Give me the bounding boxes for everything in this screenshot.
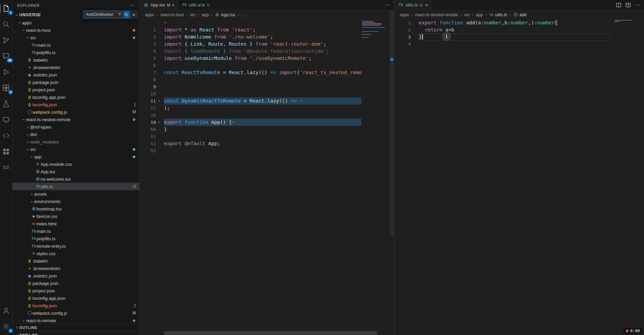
tree-item-dist[interactable]: ›dist bbox=[13, 131, 139, 138]
vertical-scrollbar[interactable] bbox=[389, 0, 394, 331]
tree-item--babelrc[interactable]: β.babelrc bbox=[13, 257, 139, 265]
find-filter-toggle[interactable] bbox=[123, 12, 129, 18]
method-icon bbox=[513, 13, 518, 17]
breadcrumb-item[interactable]: app bbox=[476, 13, 483, 17]
more-actions-icon[interactable]: ⋯ bbox=[635, 2, 640, 8]
tab-app-tsx[interactable]: App.tsxM● bbox=[140, 0, 178, 10]
explorer-more-icon[interactable]: ⋯ bbox=[129, 2, 135, 8]
breadcrumb-item[interactable]: src bbox=[190, 13, 196, 17]
tree-item-webpack-config-js[interactable]: webpack.config.jsM bbox=[13, 309, 139, 317]
tree-item-assets[interactable]: ›assets bbox=[13, 190, 139, 198]
breadcrumb-item[interactable]: App.tsx bbox=[215, 13, 235, 17]
breadcrumb-item[interactable]: add bbox=[513, 13, 526, 17]
timeline-section-header[interactable]: › TIMELINE bbox=[13, 331, 139, 335]
breadcrumb-item[interactable]: apps bbox=[145, 13, 154, 17]
tree-item-src[interactable]: ›src bbox=[13, 34, 139, 41]
tree-item-app-module-css[interactable]: #App.module.css bbox=[13, 160, 139, 168]
minimap[interactable] bbox=[362, 20, 389, 39]
tree-item-favicon-ico[interactable]: ★favicon.ico bbox=[13, 213, 139, 220]
accounts-icon[interactable] bbox=[0, 305, 12, 316]
tree-item-project-json[interactable]: {}project.json bbox=[13, 86, 139, 93]
tree-item-node-modules[interactable]: ›node_modules bbox=[13, 138, 139, 146]
tree-item-label: .eslintrc.json bbox=[32, 72, 57, 77]
eslint-icon: ◉ bbox=[27, 274, 32, 278]
tree-item--browserslistrc[interactable]: ≡.browserslistrc bbox=[13, 64, 139, 71]
run-debug-icon[interactable] bbox=[0, 66, 12, 78]
tree-item--eslintrc-json[interactable]: ◉.eslintrc.json bbox=[13, 272, 139, 280]
source-control-icon[interactable] bbox=[0, 35, 12, 46]
settings-gear-icon[interactable]: 1 bbox=[0, 321, 12, 332]
code-area[interactable]: 1export function add(a:number,b:number,)… bbox=[395, 19, 644, 331]
tree-item-main-ts[interactable]: TSmain.ts bbox=[13, 41, 139, 49]
customize-layout-icon[interactable] bbox=[625, 2, 631, 8]
chat-icon[interactable]: 38 bbox=[0, 50, 12, 62]
tree-item--browserslistrc[interactable]: ≡.browserslistrc bbox=[13, 265, 139, 272]
code-area[interactable]: ⋯1import * as React from 'react';2import… bbox=[140, 19, 394, 331]
remote-explorer-icon[interactable] bbox=[0, 114, 12, 126]
tree-find-input[interactable] bbox=[86, 12, 117, 17]
breadcrumb-item[interactable]: src bbox=[464, 13, 470, 17]
git-status-badge: M bbox=[133, 110, 136, 114]
outline-section-header[interactable]: › OUTLINE bbox=[13, 323, 139, 331]
tree-item-environments[interactable]: ›environments bbox=[13, 198, 139, 205]
tree-item-apps[interactable]: ›apps bbox=[13, 19, 139, 26]
tree-item-app-tsx[interactable]: App.tsx bbox=[13, 168, 139, 175]
horizontal-scrollbar[interactable] bbox=[164, 331, 389, 335]
tree-item-polyfills-ts[interactable]: TSpolyfills.ts bbox=[13, 49, 139, 56]
minimap-line bbox=[615, 21, 619, 22]
breadcrumb-item[interactable]: apps bbox=[400, 13, 409, 17]
tree-item-package-json[interactable]: {}package.json bbox=[13, 79, 139, 86]
close-icon[interactable]: × bbox=[130, 12, 137, 18]
filter-icon[interactable] bbox=[117, 12, 123, 17]
code-line: 2 return a+b bbox=[395, 26, 644, 34]
editor-group-divider[interactable] bbox=[394, 0, 395, 335]
tree-item-tsconfig-json[interactable]: {}tsconfig.json1 bbox=[13, 101, 139, 108]
explorer-icon[interactable]: 1 bbox=[0, 3, 12, 14]
tree-item-tsconfig-app-json[interactable]: {}tsconfig.app.json bbox=[13, 294, 139, 302]
tree-item-webpack-config-js[interactable]: webpack.config.jsM bbox=[13, 108, 139, 116]
tree-item-main-ts[interactable]: TSmain.ts bbox=[13, 227, 139, 235]
breadcrumb-item[interactable]: app bbox=[202, 13, 209, 17]
nx-console-icon[interactable] bbox=[0, 130, 12, 141]
tree-item-tsconfig-app-json[interactable]: {}tsconfig.app.json bbox=[13, 93, 139, 101]
search-icon[interactable] bbox=[0, 19, 12, 30]
tree-item-src[interactable]: ›src bbox=[13, 146, 139, 153]
minimap[interactable] bbox=[615, 20, 639, 24]
close-icon[interactable]: × bbox=[425, 2, 428, 8]
tree-item-react-ts-nested-remote[interactable]: ›react-ts-nested-remote bbox=[13, 116, 139, 123]
breadcrumb-item[interactable]: TSutils.ts bbox=[489, 13, 507, 17]
tree-item--babelrc[interactable]: β.babelrc bbox=[13, 56, 139, 64]
tree-item-polyfills-ts[interactable]: TSpolyfills.ts bbox=[13, 235, 139, 242]
fold-chevron-icon[interactable]: › bbox=[158, 97, 163, 105]
tree-item-utils-ts[interactable]: TSutils.tsU bbox=[13, 183, 139, 190]
extensions-icon[interactable]: 3 bbox=[0, 82, 12, 94]
fold-chevron-icon[interactable]: › bbox=[158, 119, 163, 126]
breadcrumb-item[interactable]: ... bbox=[241, 13, 245, 17]
dirty-indicator-icon[interactable]: ● bbox=[172, 3, 174, 7]
breadcrumb-item[interactable]: react-ts-host bbox=[160, 13, 184, 17]
tree-item-nx-welcome-tsx[interactable]: nx-welcome.tsx bbox=[13, 175, 139, 183]
tree-item--mf-types[interactable]: ›@mf-types bbox=[13, 123, 139, 131]
breadcrumb-item[interactable]: react-ts-nested-remote bbox=[415, 13, 458, 17]
tree-item-app[interactable]: ›app bbox=[13, 153, 139, 160]
chevron-right-icon: › bbox=[15, 325, 19, 330]
more-tools-icon[interactable] bbox=[0, 162, 12, 173]
scrollbar-thumb[interactable] bbox=[164, 331, 377, 335]
more-actions-icon[interactable]: ⋯ bbox=[385, 2, 390, 8]
tree-item-project-json[interactable]: {}project.json bbox=[13, 287, 139, 294]
tree-item-remote-entry-ts[interactable]: TSremote-entry.ts bbox=[13, 242, 139, 250]
split-editor-icon[interactable] bbox=[616, 2, 621, 8]
tree-item-react-ts-host[interactable]: ›react-ts-host bbox=[13, 26, 139, 34]
tree-item-index-html[interactable]: <>index.html bbox=[13, 220, 139, 227]
tree-item-react-ts-remote[interactable]: ›react-ts-remote bbox=[13, 317, 139, 324]
tree-item-styles-css[interactable]: #styles.css bbox=[13, 250, 139, 257]
tab-utils-ts[interactable]: TSutils.tsU× bbox=[395, 0, 432, 10]
tree-item-package-json[interactable]: {}package.json bbox=[13, 280, 139, 287]
testing-icon[interactable] bbox=[0, 98, 12, 110]
scrollbar-thumb[interactable] bbox=[390, 10, 393, 235]
project-grid-icon[interactable] bbox=[0, 146, 12, 157]
tree-item-bootstrap-tsx[interactable]: bootstrap.tsx bbox=[13, 205, 139, 213]
tree-item-tsconfig-json[interactable]: {}tsconfig.json2 bbox=[13, 302, 139, 309]
tab-utils-d-ts[interactable]: TSutils.d.tsU bbox=[178, 0, 214, 10]
tree-item--eslintrc-json[interactable]: ◉.eslintrc.json bbox=[13, 71, 139, 79]
